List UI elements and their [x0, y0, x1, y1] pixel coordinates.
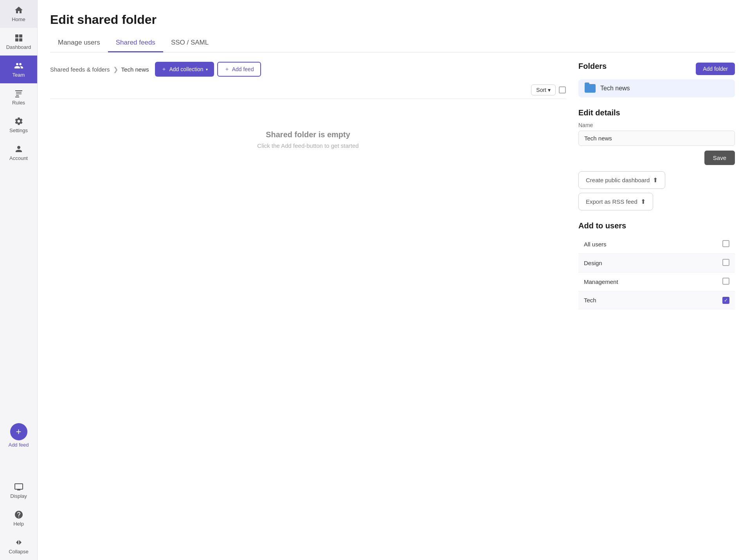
- breadcrumb-root[interactable]: Shared feeds & folders: [50, 66, 110, 73]
- table-row: All users: [578, 235, 735, 254]
- user-label: Design: [578, 254, 690, 273]
- user-checkbox[interactable]: [722, 259, 729, 266]
- save-row: Save: [578, 151, 735, 165]
- add-feed-button[interactable]: + Add feed: [0, 418, 37, 453]
- home-icon: [14, 5, 23, 15]
- main-content: Edit shared folder Manage users Shared f…: [38, 0, 749, 560]
- folder-item-tech-news[interactable]: Tech news: [578, 79, 735, 97]
- create-dashboard-button[interactable]: Create public dashboard ⬆: [578, 171, 665, 189]
- sidebar-item-label: Help: [13, 521, 24, 527]
- sidebar-item-account[interactable]: Account: [0, 139, 37, 167]
- add-feed-button-main[interactable]: ＋ Add feed: [217, 62, 261, 77]
- export-rss-label: Export as RSS feed: [586, 198, 637, 205]
- user-check-cell: [690, 273, 735, 291]
- table-row: Tech: [578, 291, 735, 309]
- select-all-checkbox[interactable]: [559, 86, 566, 93]
- sidebar-item-collapse[interactable]: Collapse: [0, 532, 37, 560]
- sidebar-item-label: Display: [10, 493, 27, 499]
- add-collection-button[interactable]: ＋ Add collection ▾: [155, 62, 214, 77]
- svg-rect-1: [19, 34, 22, 38]
- folders-header: Folders Add folder: [578, 62, 735, 75]
- sidebar-item-display[interactable]: Display: [0, 477, 37, 504]
- edit-details-section: Edit details Name Save Create public das…: [578, 108, 735, 210]
- user-checkbox[interactable]: [722, 278, 729, 285]
- team-icon: [14, 61, 23, 70]
- sidebar-item-label: Home: [12, 16, 25, 22]
- sidebar-item-label: Account: [9, 155, 28, 161]
- add-to-users-title: Add to users: [578, 221, 735, 230]
- rules-icon: [14, 89, 23, 98]
- users-table: All users Design Management Tech: [578, 235, 735, 309]
- export-icon: ⬆: [641, 198, 646, 205]
- create-dashboard-label: Create public dashboard: [586, 177, 650, 183]
- sort-dropdown-icon: ▾: [548, 87, 551, 93]
- add-feed-label: Add feed: [8, 442, 29, 448]
- page-title: Edit shared folder: [50, 13, 735, 27]
- sort-button[interactable]: Sort ▾: [531, 84, 556, 95]
- edit-details-title: Edit details: [578, 108, 735, 117]
- user-label: Management: [578, 273, 690, 291]
- tab-sso-saml[interactable]: SSO / SAML: [163, 35, 216, 52]
- tab-bar: Manage users Shared feeds SSO / SAML: [50, 35, 735, 52]
- right-panel: Folders Add folder Tech news Edit detail…: [578, 62, 735, 547]
- name-input[interactable]: [578, 131, 735, 146]
- sidebar-item-label: Team: [13, 72, 25, 78]
- account-icon: [14, 144, 23, 154]
- svg-rect-3: [19, 38, 22, 41]
- tab-manage-users[interactable]: Manage users: [50, 35, 108, 52]
- user-label: Tech: [578, 291, 690, 309]
- folders-title: Folders: [578, 62, 607, 71]
- content-split: Shared feeds & folders ❯ Tech news ＋ Add…: [50, 62, 735, 547]
- folder-item-label: Tech news: [600, 85, 630, 92]
- breadcrumb-arrow: ❯: [113, 66, 118, 73]
- chevron-down-icon: ▾: [206, 67, 208, 72]
- dashboard-icon: [14, 33, 23, 43]
- sidebar-item-rules[interactable]: Rules: [0, 83, 37, 111]
- user-label: All users: [578, 235, 690, 254]
- table-row: Management: [578, 273, 735, 291]
- svg-rect-2: [15, 38, 18, 41]
- sidebar-item-help[interactable]: Help: [0, 504, 37, 532]
- add-feed-label-main: Add feed: [232, 66, 254, 72]
- user-check-cell: [690, 254, 735, 273]
- add-to-users-section: Add to users All users Design Management…: [578, 221, 735, 309]
- add-folder-button[interactable]: Add folder: [696, 63, 735, 75]
- sidebar: Home Dashboard Team Rules Settings A: [0, 0, 38, 560]
- display-icon: [14, 482, 23, 492]
- user-checkbox[interactable]: [722, 240, 729, 247]
- sort-row: Sort ▾: [50, 81, 566, 99]
- table-row: Design: [578, 254, 735, 273]
- sort-label: Sort: [536, 87, 546, 93]
- add-collection-label: Add collection: [169, 66, 203, 72]
- left-panel: Shared feeds & folders ❯ Tech news ＋ Add…: [50, 62, 566, 547]
- sidebar-item-settings[interactable]: Settings: [0, 111, 37, 139]
- tab-shared-feeds[interactable]: Shared feeds: [108, 35, 163, 52]
- empty-state-title: Shared folder is empty: [266, 130, 350, 139]
- user-check-cell: [690, 291, 735, 309]
- sidebar-item-home[interactable]: Home: [0, 0, 37, 28]
- collapse-icon: [14, 538, 23, 547]
- breadcrumb-current: Tech news: [121, 66, 149, 73]
- user-checkbox[interactable]: [722, 297, 729, 304]
- name-label: Name: [578, 122, 735, 128]
- user-check-cell: [690, 235, 735, 254]
- empty-state-subtitle: Click the Add feed-button to get started: [257, 142, 358, 149]
- plus-icon: ＋: [161, 66, 167, 73]
- sidebar-item-label: Dashboard: [6, 44, 31, 50]
- save-button[interactable]: Save: [704, 151, 735, 165]
- plus-icon-feed: ＋: [224, 66, 230, 73]
- add-feed-circle-icon: +: [10, 423, 27, 440]
- gear-icon: [14, 117, 23, 126]
- action-buttons: ＋ Add collection ▾ ＋ Add feed: [155, 62, 261, 77]
- help-icon: [14, 510, 23, 519]
- empty-state: Shared folder is empty Click the Add fee…: [50, 99, 566, 180]
- sidebar-item-label: Collapse: [9, 549, 29, 555]
- sidebar-item-dashboard[interactable]: Dashboard: [0, 28, 37, 56]
- svg-rect-0: [15, 34, 18, 38]
- folders-section: Folders Add folder Tech news: [578, 62, 735, 97]
- export-rss-button[interactable]: Export as RSS feed ⬆: [578, 193, 653, 210]
- folder-icon: [585, 84, 596, 93]
- sidebar-item-team[interactable]: Team: [0, 56, 37, 83]
- share-icon: ⬆: [653, 176, 658, 184]
- breadcrumb-row: Shared feeds & folders ❯ Tech news ＋ Add…: [50, 62, 566, 77]
